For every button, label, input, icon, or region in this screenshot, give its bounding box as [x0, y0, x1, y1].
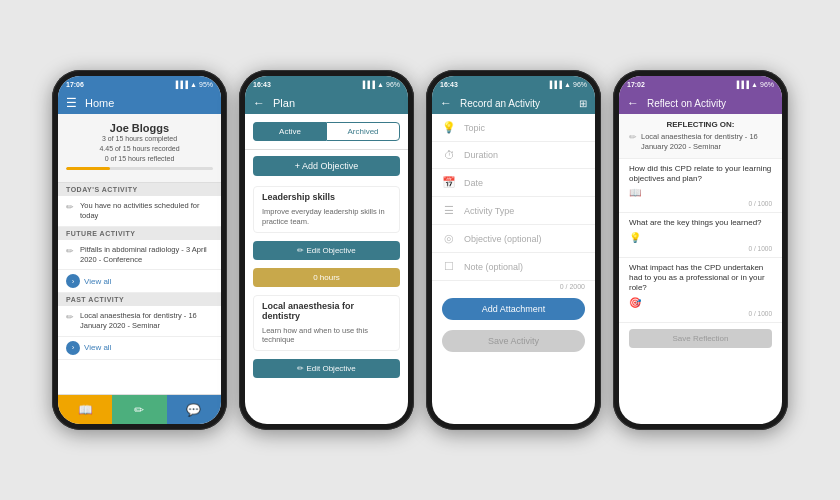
record-top-bar: ← Record an Activity ⊞ — [432, 92, 595, 114]
status-bar-2: 16:43 ▐▐▐ ▲ 96% — [245, 76, 408, 92]
battery-2: 96% — [386, 81, 400, 88]
objective-field[interactable]: ◎ Objective (optional) — [432, 225, 595, 253]
reflect-top-bar: ← Reflect on Activity — [619, 92, 782, 114]
home-title: Home — [85, 97, 114, 109]
calendar-icon: 📅 — [442, 176, 456, 189]
future-text: Pitfalls in abdominal radiology - 3 Apri… — [80, 245, 213, 265]
back-arrow-4[interactable]: ← — [627, 96, 639, 110]
stat-line3: 0 of 15 hours reflected — [66, 154, 213, 164]
view-all-label-2: View all — [84, 343, 111, 352]
topic-field[interactable]: 💡 Topic — [432, 114, 595, 142]
today-header: TODAY'S ACTIVITY — [58, 183, 221, 196]
status-bar-1: 17:06 ▐▐▐ ▲ 95% — [58, 76, 221, 92]
answer-3-area: 🎯 — [629, 297, 772, 308]
note-field[interactable]: ☐ Note (optional) — [432, 253, 595, 281]
q2-char-count: 0 / 1000 — [629, 245, 772, 252]
lightbulb-icon: 💡 — [629, 232, 641, 243]
reflecting-box: REFLECTING ON: ✏ Local anaesthesia for d… — [619, 114, 782, 159]
list-icon: ☰ — [442, 204, 456, 217]
activity-type-label: Activity Type — [464, 206, 514, 216]
tab-active[interactable]: Active — [253, 122, 326, 141]
nav-book[interactable]: 📖 — [58, 395, 112, 424]
topic-label: Topic — [464, 123, 485, 133]
objective-card-2: Local anaesthesia for dentistry Learn ho… — [253, 295, 400, 352]
stat-line1: 3 of 15 hours completed — [66, 134, 213, 144]
wifi-icon-2: ▲ — [377, 81, 384, 88]
past-text: Local anaesthesia for dentistry - 16 Jan… — [80, 311, 213, 331]
grid-icon[interactable]: ⊞ — [579, 98, 587, 109]
back-arrow-3[interactable]: ← — [440, 96, 452, 110]
save-activity-button[interactable]: Save Activity — [442, 330, 585, 352]
tab-archived[interactable]: Archived — [326, 122, 400, 141]
plan-top-bar: ← Plan — [245, 92, 408, 114]
progress-bar — [66, 167, 213, 170]
book-icon: 📖 — [629, 187, 641, 198]
activity-type-field[interactable]: ☰ Activity Type — [432, 197, 595, 225]
pencil-icon-2: ✏ — [66, 246, 74, 256]
objective-desc-2: Learn how and when to use this technique — [254, 326, 399, 351]
menu-icon[interactable]: ☰ — [66, 96, 77, 110]
add-attachment-button[interactable]: Add Attachment — [442, 298, 585, 320]
objective-desc-1: Improve everyday leadership skills in pr… — [254, 207, 399, 232]
plan-tabs: Active Archived — [245, 114, 408, 150]
status-bar-4: 17:02 ▐▐▐ ▲ 96% — [619, 76, 782, 92]
phone-home: 17:06 ▐▐▐ ▲ 95% ☰ Home Joe Bloggs 3 of 1… — [52, 70, 227, 430]
add-objective-button[interactable]: + Add Objective — [253, 156, 400, 176]
wifi-icon-4: ▲ — [751, 81, 758, 88]
nav-message[interactable]: 💬 — [167, 395, 221, 424]
plan-title: Plan — [273, 97, 295, 109]
past-activity: ✏ Local anaesthesia for dentistry - 16 J… — [58, 306, 221, 337]
pencil-reflect-icon: ✏ — [629, 132, 637, 142]
phone-record: 16:43 ▐▐▐ ▲ 96% ← Record an Activity ⊞ 💡… — [426, 70, 601, 430]
record-title: Record an Activity — [460, 98, 571, 109]
time-1: 17:06 — [66, 81, 84, 88]
stat-line2: 4.45 of 15 hours recorded — [66, 144, 213, 154]
status-icons-4: ▐▐▐ ▲ 96% — [734, 81, 774, 88]
date-field[interactable]: 📅 Date — [432, 169, 595, 197]
note-icon: ☐ — [442, 260, 456, 273]
view-all-2[interactable]: › View all — [58, 337, 221, 360]
battery-4: 96% — [760, 81, 774, 88]
future-header: FUTURE ACTIVITY — [58, 227, 221, 240]
progress-fill — [66, 167, 110, 170]
answer-1-area: 📖 — [629, 187, 772, 198]
view-all-1[interactable]: › View all — [58, 270, 221, 293]
phone-plan: 16:43 ▐▐▐ ▲ 96% ← Plan Active Archived +… — [239, 70, 414, 430]
nav-edit[interactable]: ✏ — [112, 395, 166, 424]
signal-icon-4: ▐▐▐ — [734, 81, 749, 88]
signal-icon-2: ▐▐▐ — [360, 81, 375, 88]
objective-label: Objective (optional) — [464, 234, 542, 244]
question-1: How did this CPD relate to your learning… — [629, 164, 772, 185]
date-label: Date — [464, 178, 483, 188]
objective-title-2: Local anaesthesia for dentistry — [254, 296, 399, 326]
home-top-bar: ☰ Home — [58, 92, 221, 114]
duration-field[interactable]: ⏱ Duration — [432, 142, 595, 169]
save-reflection-button[interactable]: Save Reflection — [629, 329, 772, 348]
reflecting-detail: ✏ Local anaesthesia for dentistry - 16 J… — [629, 132, 772, 152]
edit-objective-btn-1[interactable]: ✏ Edit Objective — [253, 241, 400, 260]
reflect-title: Reflect on Activity — [647, 98, 726, 109]
today-activity: ✏ You have no activities scheduled for t… — [58, 196, 221, 227]
q1-char-count: 0 / 1000 — [629, 200, 772, 207]
user-name: Joe Bloggs — [66, 122, 213, 134]
future-activity: ✏ Pitfalls in abdominal radiology - 3 Ap… — [58, 240, 221, 271]
objective-card-1: Leadership skills Improve everyday leade… — [253, 186, 400, 233]
hours-button-1[interactable]: 0 hours — [253, 268, 400, 287]
user-section: Joe Bloggs 3 of 15 hours completed 4.45 … — [58, 114, 221, 183]
time-4: 17:02 — [627, 81, 645, 88]
user-stats: 3 of 15 hours completed 4.45 of 15 hours… — [66, 134, 213, 163]
battery-1: 95% — [199, 81, 213, 88]
wifi-icon-3: ▲ — [564, 81, 571, 88]
phone-reflect: 17:02 ▐▐▐ ▲ 96% ← Reflect on Activity RE… — [613, 70, 788, 430]
status-icons-1: ▐▐▐ ▲ 95% — [173, 81, 213, 88]
question-1-section: How did this CPD relate to your learning… — [619, 159, 782, 214]
back-arrow-2[interactable]: ← — [253, 96, 265, 110]
edit-objective-btn-2[interactable]: ✏ Edit Objective — [253, 359, 400, 378]
time-3: 16:43 — [440, 81, 458, 88]
duration-label: Duration — [464, 150, 498, 160]
view-all-label-1: View all — [84, 277, 111, 286]
question-3: What impact has the CPD undertaken had t… — [629, 263, 772, 294]
objective-icon: ◎ — [442, 232, 456, 245]
char-count: 0 / 2000 — [432, 281, 595, 292]
battery-3: 96% — [573, 81, 587, 88]
